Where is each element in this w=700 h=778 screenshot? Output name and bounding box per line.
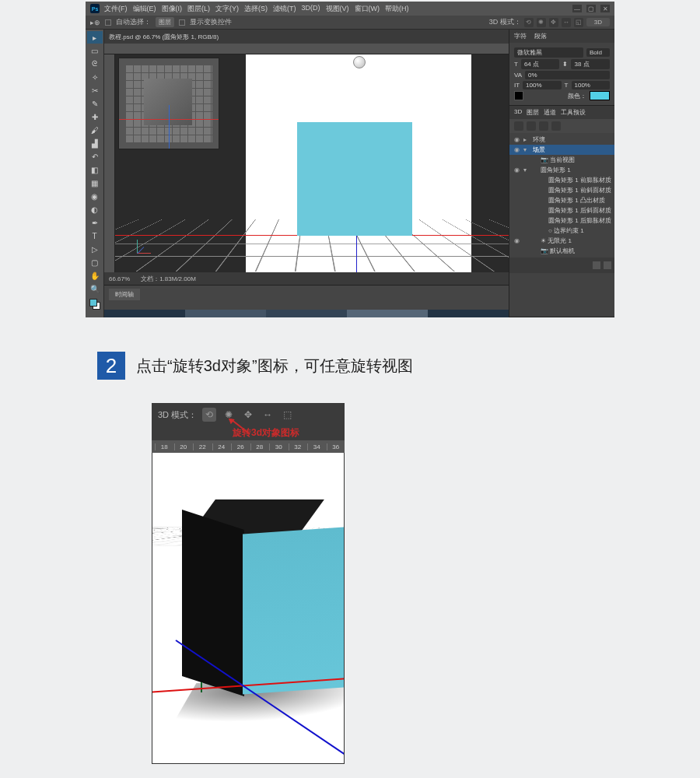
crop-tool-icon[interactable]: ✂ [87,84,103,96]
workspace-dropdown[interactable]: 3D [586,18,610,26]
menu-view[interactable]: 视图(V) [326,4,349,14]
tree-item[interactable]: 📷 当前视图 [509,155,614,165]
menu-help[interactable]: 帮助(H) [385,4,409,14]
type-tool-icon[interactable]: T [87,230,103,242]
heal-tool-icon[interactable]: ✚ [87,110,103,123]
menu-window[interactable]: 窗口(W) [355,4,380,14]
leading-field[interactable]: 38 点 [571,59,610,69]
maximize-icon[interactable]: ▢ [586,5,596,12]
tree-item[interactable]: 圆角矩形 1 前斜面材质 [509,185,614,195]
tab-tool-presets[interactable]: 工具预设 [561,108,586,117]
visibility-icon[interactable]: ◉ [513,136,520,143]
character-panel[interactable]: 字符 段落 微软雅黑Bold T64 点⬍38 点 VA0% IT100%T10… [509,30,614,106]
timeline-tab[interactable]: 时间轴 [109,289,140,300]
light-gizmo-icon[interactable] [353,56,366,68]
marquee-tool-icon[interactable]: ▭ [87,44,103,57]
slide-3d-icon[interactable]: ↔ [562,18,571,27]
tab-3d[interactable]: 3D [514,108,522,117]
move-tool-icon[interactable]: ▸ [87,31,103,44]
visibility-icon[interactable]: ◉ [513,237,520,244]
rotate-3d-icon[interactable]: ⟲ [524,18,534,27]
visibility-icon[interactable]: ◉ [513,166,520,173]
tab-channels[interactable]: 通道 [544,108,556,117]
history-brush-icon[interactable]: ↶ [87,150,103,163]
disclosure-icon[interactable]: ▾ [523,146,530,153]
auto-select-dropdown[interactable]: 图层 [156,17,174,27]
menu-3d[interactable]: 3D(D) [302,4,320,14]
tree-item[interactable]: ◉▾圆角矩形 1 [509,165,614,175]
font-size-field[interactable]: 64 点 [521,59,560,69]
close-icon[interactable]: ✕ [600,5,610,12]
document-tab[interactable]: 教程.psd @ 66.7% (圆角矩形 1, RGB/8) [104,30,509,44]
roll-3d-icon[interactable]: ✺ [537,18,546,27]
menu-layer[interactable]: 图层(L) [187,4,210,14]
brush-tool-icon[interactable]: 🖌 [87,124,103,136]
rotate-3d-object-icon[interactable]: ⟲ [202,408,216,422]
tree-item[interactable]: ○ 边界约束 1 [509,226,614,236]
filter-scene-icon[interactable] [514,121,523,131]
eraser-tool-icon[interactable]: ◧ [87,163,103,176]
tree-item[interactable]: ◉☀ 无限光 1 [509,236,614,246]
eyedropper-tool-icon[interactable]: ✎ [87,97,103,110]
scale-3d-icon[interactable]: ◱ [574,18,583,27]
timeline-panel[interactable]: 时间轴 [104,285,509,310]
slide-3d-icon[interactable]: ↔ [261,408,275,422]
tree-item[interactable]: 圆角矩形 1 凸出材质 [509,195,614,205]
filter-material-icon[interactable] [539,121,548,131]
tree-item[interactable]: ◉▾场景 [509,145,614,155]
cube-front-face[interactable] [297,122,412,236]
pen-tool-icon[interactable]: ✒ [87,216,103,229]
ps-canvas[interactable] [115,54,509,272]
hscale-field[interactable]: 100% [572,81,611,89]
tab-character[interactable]: 字符 [514,32,527,40]
pan-3d-icon[interactable]: ✥ [549,18,558,27]
hand-tool-icon[interactable]: ✋ [87,269,103,282]
font-family-dropdown[interactable]: 微软雅黑 [514,47,583,58]
minimize-icon[interactable]: — [572,5,582,12]
blur-tool-icon[interactable]: ◉ [87,190,103,202]
gradient-tool-icon[interactable]: ▦ [87,177,103,189]
menu-file[interactable]: 文件(F) [104,4,128,14]
font-weight-dropdown[interactable]: Bold [586,48,610,57]
stamp-tool-icon[interactable]: ▟ [87,137,103,149]
3d-panel[interactable]: 3D 图层 通道 工具预设 ◉▸环境◉▾场景📷 当前视图◉▾圆角矩形 1圆角矩形… [509,106,614,317]
menu-image[interactable]: 图像(I) [162,4,183,14]
scale-3d-icon[interactable]: ⬚ [280,408,294,422]
auto-select-checkbox[interactable] [105,19,111,26]
dodge-tool-icon[interactable]: ◐ [87,203,103,216]
zoom-tool-icon[interactable]: 🔍 [87,282,103,295]
menu-edit[interactable]: 编辑(E) [133,4,156,14]
ps-menubar[interactable]: 文件(F) 编辑(E) 图像(I) 图层(L) 文字(Y) 选择(S) 滤镜(T… [104,4,572,14]
3d-scene-tree[interactable]: ◉▸环境◉▾场景📷 当前视图◉▾圆角矩形 1圆角矩形 1 前膨胀材质圆角矩形 1… [509,133,614,258]
menu-type[interactable]: 文字(Y) [215,4,239,14]
tree-item[interactable]: ◉▸环境 [509,135,614,145]
pan-3d-icon[interactable]: ✥ [241,408,255,422]
path-tool-icon[interactable]: ▷ [87,243,103,255]
shape-tool-icon[interactable]: ▢ [87,256,103,268]
tree-item[interactable]: 圆角矩形 1 后斜面材质 [509,205,614,216]
disclosure-icon[interactable]: ▸ [523,136,530,143]
ps-toolbar[interactable]: ▸ ▭ ᘓ ✧ ✂ ✎ ✚ 🖌 ▟ ↶ ◧ ▦ ◉ ◐ ✒ T ▷ ▢ ✋ 🔍 [86,30,104,317]
tracking-field[interactable]: 0% [525,71,610,79]
show-transform-checkbox[interactable] [179,19,185,26]
filter-mesh-icon[interactable] [527,121,536,131]
menu-filter[interactable]: 滤镜(T) [273,4,296,14]
disclosure-icon[interactable]: ▾ [523,166,530,173]
lasso-tool-icon[interactable]: ᘓ [87,58,103,70]
tab-paragraph[interactable]: 段落 [534,32,547,40]
tree-item[interactable]: 📷 默认相机 [509,246,614,256]
menu-select[interactable]: 选择(S) [244,4,268,14]
vscale-field[interactable]: 100% [523,81,562,89]
zoom-level[interactable]: 66.67% [109,275,130,282]
new-light-icon[interactable] [593,261,600,269]
tree-item[interactable]: 圆角矩形 1 后膨胀材质 [509,216,614,226]
filter-light-icon[interactable] [551,121,561,131]
tab-layers[interactable]: 图层 [527,108,539,117]
secondary-view[interactable] [118,58,219,149]
tree-item[interactable]: 圆角矩形 1 前膨胀材质 [509,175,614,185]
color-swatch[interactable] [89,299,100,310]
delete-icon[interactable] [604,261,611,269]
wand-tool-icon[interactable]: ✧ [87,71,103,83]
text-color-swatch[interactable] [590,91,610,100]
visibility-icon[interactable]: ◉ [513,146,520,153]
